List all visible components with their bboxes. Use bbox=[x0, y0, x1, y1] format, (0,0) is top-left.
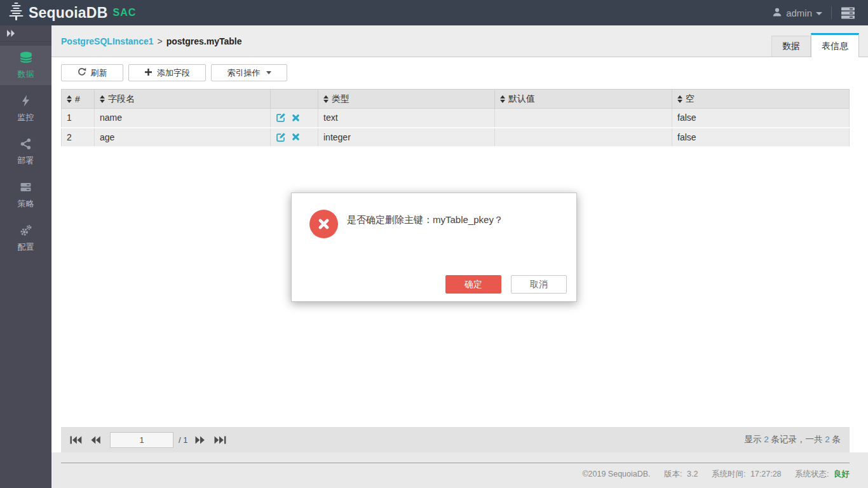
user-dropdown[interactable]: admin bbox=[772, 7, 822, 19]
cell-actions bbox=[271, 128, 318, 147]
sidebar-item-label: 部署 bbox=[18, 155, 34, 166]
tab-data[interactable]: 数据 bbox=[771, 36, 811, 57]
brand-suffix: SAC bbox=[112, 7, 136, 18]
brand-logo[interactable]: SequoiaDB SAC bbox=[0, 2, 136, 24]
prev-page-button[interactable] bbox=[91, 436, 101, 444]
column-header-label: 字段名 bbox=[108, 93, 135, 105]
last-page-button[interactable] bbox=[214, 436, 226, 444]
footer-text: ©2019 SequoiaDB. 版本: 3.2 系统时间: 17:27:28 … bbox=[61, 463, 850, 480]
record-count-summary: 显示 2 条记录，一共 2 条 bbox=[744, 434, 841, 445]
summary-count: 2 bbox=[764, 435, 769, 444]
system-time-label: 系统时间: bbox=[712, 470, 745, 478]
cell-field: age bbox=[95, 128, 271, 147]
tab-table-info[interactable]: 表信息 bbox=[811, 33, 859, 57]
edit-field-icon[interactable] bbox=[276, 132, 286, 142]
cell-field: name bbox=[95, 109, 271, 128]
delete-field-icon[interactable] bbox=[292, 114, 300, 122]
chevron-down-icon bbox=[266, 71, 271, 74]
column-header-type[interactable]: 类型 bbox=[318, 90, 495, 109]
sort-icon bbox=[500, 95, 505, 103]
edit-field-icon[interactable] bbox=[276, 112, 286, 123]
table-row: 2 age bbox=[62, 128, 850, 147]
sidebar-item-label: 配置 bbox=[18, 241, 34, 253]
cell-type: text bbox=[318, 109, 495, 128]
first-page-button[interactable] bbox=[70, 436, 82, 444]
cell-index: 1 bbox=[62, 109, 95, 128]
summary-text: 显示 bbox=[744, 435, 764, 444]
column-header-actions bbox=[271, 90, 318, 109]
confirm-message: 是否确定删除主键：myTable_pkey？ bbox=[347, 214, 503, 226]
sidebar-item-label: 监控 bbox=[18, 112, 34, 123]
version-label: 版本: bbox=[664, 470, 682, 478]
cell-default bbox=[495, 109, 672, 128]
breadcrumb-current-table: postgres.myTable bbox=[166, 36, 242, 46]
column-header-default[interactable]: 默认值 bbox=[495, 90, 672, 109]
column-header-label: # bbox=[75, 94, 80, 104]
column-header-label: 空 bbox=[686, 93, 695, 105]
tab-label: 表信息 bbox=[822, 41, 848, 52]
sort-icon bbox=[67, 95, 72, 103]
cell-nullable: false bbox=[672, 128, 850, 147]
cell-actions bbox=[271, 109, 318, 128]
sidebar-item-config[interactable]: 配置 bbox=[0, 219, 51, 258]
sidebar-collapse-button[interactable] bbox=[0, 25, 51, 42]
user-name: admin bbox=[786, 8, 812, 18]
tab-bar: 数据 表信息 bbox=[771, 33, 859, 57]
breadcrumb-separator: > bbox=[158, 36, 163, 46]
lightning-icon bbox=[20, 95, 32, 109]
next-page-button[interactable] bbox=[195, 436, 205, 444]
system-status-value: 良好 bbox=[834, 470, 850, 478]
footer: ©2019 SequoiaDB. 版本: 3.2 系统时间: 17:27:28 … bbox=[61, 452, 850, 488]
header-divider bbox=[831, 6, 832, 19]
task-list-icon[interactable] bbox=[841, 7, 855, 19]
page-total-label: / 1 bbox=[179, 435, 187, 445]
cell-default bbox=[495, 128, 672, 147]
refresh-icon bbox=[78, 67, 86, 78]
gears-icon bbox=[20, 224, 32, 239]
refresh-label: 刷新 bbox=[91, 67, 107, 79]
chevron-down-icon bbox=[816, 12, 822, 15]
version-value: 3.2 bbox=[687, 470, 698, 478]
brand-name: SequoiaDB bbox=[29, 4, 107, 22]
add-field-button[interactable]: 添加字段 bbox=[128, 64, 206, 81]
fields-table: # 字段名 类型 bbox=[61, 89, 850, 147]
table-row: 1 name bbox=[62, 109, 850, 128]
sort-icon bbox=[677, 95, 682, 103]
system-time-value: 17:27:28 bbox=[750, 470, 782, 478]
summary-text: 条 bbox=[830, 435, 841, 444]
index-operations-label: 索引操作 bbox=[227, 67, 261, 79]
copyright: ©2019 SequoiaDB. bbox=[582, 470, 650, 478]
confirm-cancel-button[interactable]: 取消 bbox=[511, 275, 567, 294]
sort-icon bbox=[323, 95, 329, 103]
database-icon bbox=[19, 51, 33, 66]
system-status-label: 系统状态: bbox=[795, 470, 829, 478]
cell-index: 2 bbox=[62, 128, 95, 147]
error-circle-icon bbox=[309, 210, 338, 238]
column-header-label: 默认值 bbox=[508, 93, 535, 105]
sidebar-item-data[interactable]: 数据 bbox=[0, 46, 51, 85]
confirm-delete-dialog: 是否确定删除主键：myTable_pkey？ 确定 取消 bbox=[291, 193, 577, 302]
user-icon bbox=[772, 7, 782, 19]
sort-icon bbox=[100, 95, 105, 103]
share-icon bbox=[20, 138, 32, 152]
table-header-row: # 字段名 类型 bbox=[62, 90, 850, 109]
column-header-nullable[interactable]: 空 bbox=[672, 90, 850, 109]
fields-table-wrap: # 字段名 类型 bbox=[61, 89, 850, 147]
delete-field-icon[interactable] bbox=[292, 133, 300, 141]
refresh-button[interactable]: 刷新 bbox=[61, 64, 123, 81]
column-header-field[interactable]: 字段名 bbox=[95, 90, 271, 109]
index-operations-dropdown[interactable]: 索引操作 bbox=[211, 64, 287, 81]
column-header-label: 类型 bbox=[332, 93, 349, 105]
column-header-index[interactable]: # bbox=[62, 90, 95, 109]
sidebar-item-label: 数据 bbox=[18, 69, 34, 80]
tab-label: 数据 bbox=[782, 41, 800, 52]
double-arrow-right-icon bbox=[6, 28, 16, 39]
confirm-ok-button[interactable]: 确定 bbox=[445, 275, 501, 294]
breadcrumb-instance-link[interactable]: PostgreSQLInstance1 bbox=[61, 36, 154, 46]
breadcrumb-bar: PostgreSQLInstance1 > postgres.myTable 数… bbox=[51, 25, 868, 57]
sidebar-item-strategy[interactable]: 策略 bbox=[0, 175, 51, 215]
sidebar-item-deploy[interactable]: 部署 bbox=[0, 132, 51, 172]
sidebar-item-monitor[interactable]: 监控 bbox=[0, 89, 51, 128]
page-number-input[interactable] bbox=[110, 432, 173, 448]
sidebar: 数据 监控 bbox=[0, 25, 51, 488]
